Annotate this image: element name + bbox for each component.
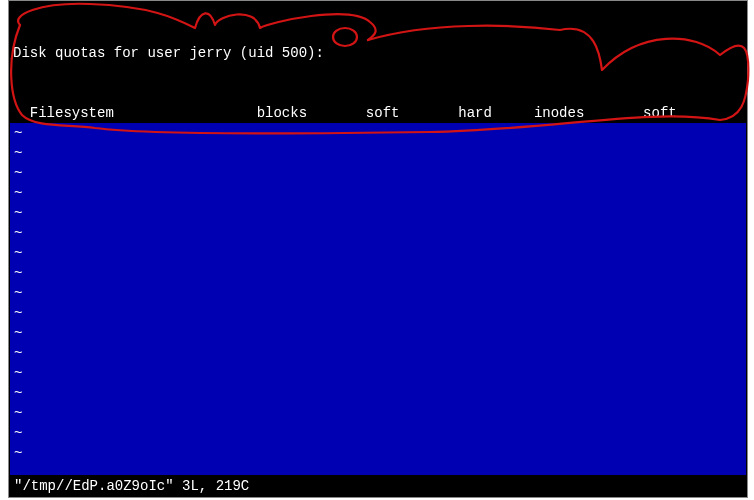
vim-tilde: ~ <box>14 423 742 443</box>
vim-tilde: ~ <box>14 383 742 403</box>
vim-tilde: ~ <box>14 123 742 143</box>
editor-buffer[interactable]: ~ ~ ~ ~ ~ ~ ~ ~ ~ ~ ~ ~ ~ ~ ~ ~ ~ <box>10 123 746 475</box>
vim-tilde: ~ <box>14 303 742 323</box>
vim-tilde: ~ <box>14 343 742 363</box>
vim-tilde: ~ <box>14 403 742 423</box>
terminal-window[interactable]: Disk quotas for user jerry (uid 500): Fi… <box>8 0 748 498</box>
vim-tilde: ~ <box>14 323 742 343</box>
vim-tilde: ~ <box>14 163 742 183</box>
vim-tilde: ~ <box>14 143 742 163</box>
vim-tilde: ~ <box>14 183 742 203</box>
vim-tilde: ~ <box>14 203 742 223</box>
vim-tilde: ~ <box>14 283 742 303</box>
vim-tilde: ~ <box>14 363 742 383</box>
quota-columns: Filesystem blocks soft hard inodes soft <box>13 103 743 123</box>
vim-tilde: ~ <box>14 223 742 243</box>
vim-tilde: ~ <box>14 443 742 463</box>
vim-tilde: ~ <box>14 243 742 263</box>
quota-header: Disk quotas for user jerry (uid 500): <box>13 43 743 63</box>
vim-status-bar: "/tmp//EdP.a0Z9oIc" 3L, 219C <box>10 476 746 496</box>
vim-tilde: ~ <box>14 263 742 283</box>
